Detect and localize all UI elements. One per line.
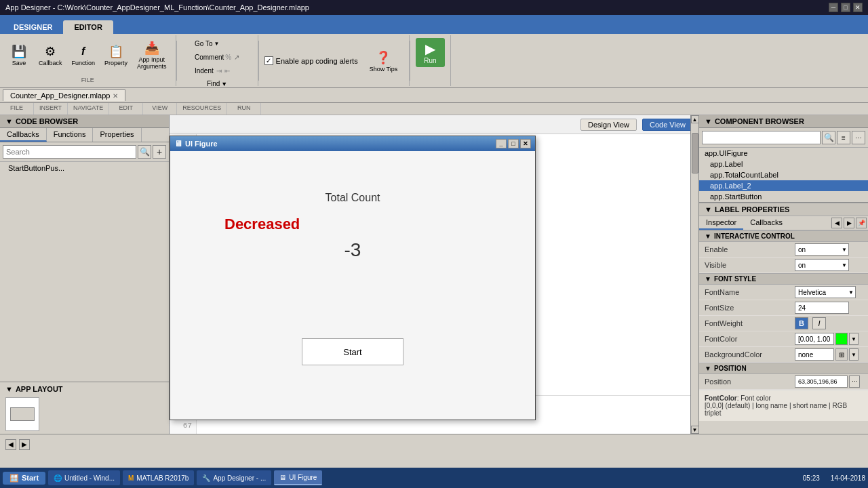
close-btn[interactable]: ✕	[853, 3, 863, 12]
scroll-thumb[interactable]	[692, 134, 698, 174]
comp-sort-button[interactable]: ≡	[837, 131, 850, 144]
file-tab-name: Counter_App_Designer.mlapp	[10, 92, 110, 100]
tab-editor[interactable]: EDITOR	[63, 20, 113, 34]
ui-close-btn[interactable]: ✕	[520, 139, 531, 148]
fs-label: FONT STYLE	[714, 275, 756, 283]
tree-item-totalcount[interactable]: app.TotalCountLabel	[699, 169, 868, 180]
tab-designer[interactable]: DESIGNER	[3, 20, 63, 34]
ui-minimize-btn[interactable]: _	[496, 139, 507, 148]
nav-pin-btn[interactable]: 📌	[856, 218, 867, 228]
toolbar: 💾 Save ⚙ Callback f Function 📋 Property …	[0, 34, 868, 88]
run-button[interactable]: ▶ Run	[416, 38, 444, 67]
toolbar-group-file: 💾 Save ⚙ Callback f Function 📋 Property …	[0, 35, 176, 86]
start-button[interactable]: Start	[302, 338, 403, 365]
tree-item-label[interactable]: app.Label	[699, 159, 868, 169]
property-button[interactable]: 📋 Property	[101, 41, 131, 68]
taskbar-date: 14-04-2018	[831, 474, 865, 482]
matlab-label: MATLAB R2017b	[136, 474, 189, 482]
tree-item-startbutton[interactable]: app.StartButton	[699, 191, 868, 202]
callback-item[interactable]: StartButtonPus...	[0, 162, 169, 174]
fontname-dropdown-arrow: ▼	[848, 289, 854, 296]
fontsize-value-container	[795, 302, 863, 314]
bold-button[interactable]: B	[795, 317, 808, 329]
tab-inspector[interactable]: Inspector	[699, 216, 743, 230]
tab-functions[interactable]: Functions	[47, 128, 94, 142]
fontcolor-input[interactable]	[795, 333, 834, 345]
enable-coding-alerts-checkbox[interactable]: ✓ Enable app coding alerts	[264, 56, 358, 65]
fontname-dropdown[interactable]: Helvetica ▼	[795, 286, 856, 298]
visible-dropdown[interactable]: on ▼	[795, 259, 849, 271]
ic-expand-icon: ▼	[705, 232, 711, 240]
fontname-value-container: Helvetica ▼	[795, 286, 863, 298]
app-input-button[interactable]: 📥 App Input Arguments	[134, 38, 170, 72]
ui-maximize-btn[interactable]: □	[508, 139, 519, 148]
visible-row: Visible on ▼	[699, 258, 868, 273]
minimize-btn[interactable]: ─	[829, 3, 838, 12]
tab-callbacks[interactable]: Callbacks	[0, 128, 47, 142]
save-button[interactable]: 💾 Save	[5, 41, 33, 68]
label-run: RUN	[227, 103, 261, 115]
appdesigner-label: App Designer - ...	[213, 474, 266, 482]
ui-figure-controls: _ □ ✕	[496, 139, 531, 148]
add-button[interactable]: +	[153, 145, 166, 159]
decreased-label: Decreased	[224, 216, 300, 233]
comp-search-button[interactable]: 🔍	[822, 131, 835, 144]
show-tips-button[interactable]: ❓ Show Tips	[366, 47, 401, 75]
nav-back-btn[interactable]: ◀	[831, 218, 842, 228]
comment-icon2: ↗	[234, 54, 239, 61]
taskbar-item-appdesigner[interactable]: 🔧 App Designer - ...	[197, 470, 271, 485]
taskbar-item-uifigure[interactable]: 🖥 UI Figure	[274, 470, 322, 485]
comment-button[interactable]: Comment % ↗	[190, 52, 244, 63]
scroll-right-btn[interactable]: ▶	[19, 439, 30, 450]
taskbar-item-untitled[interactable]: 🌐 Untitled - Wind...	[48, 470, 120, 485]
code-view-button[interactable]: Code View	[642, 119, 693, 131]
indent-button[interactable]: Indent ⇥ ⇤	[190, 65, 235, 77]
file-tab[interactable]: Counter_App_Designer.mlapp ✕	[3, 89, 125, 101]
position-expand-btn[interactable]: ⋯	[849, 375, 860, 388]
nav-arrows: ◀ ▶ 📌	[830, 216, 868, 230]
panel-tabs: Callbacks Functions Properties	[0, 128, 169, 142]
goto-button[interactable]: Go To ▼	[190, 38, 224, 49]
ui-figure-title: UI Figure	[185, 140, 218, 148]
search-button[interactable]: 🔍	[138, 145, 151, 159]
nav-fwd-btn[interactable]: ▶	[844, 218, 854, 228]
pos-expand-icon: ▼	[705, 365, 711, 372]
start-button-taskbar[interactable]: 🪟 Start	[3, 472, 45, 485]
cb-expand-icon: ▼	[705, 117, 712, 125]
italic-button[interactable]: I	[812, 317, 826, 329]
scroll-left-btn[interactable]: ◀	[5, 439, 16, 450]
comp-search-input[interactable]	[702, 131, 821, 144]
taskbar: 🪟 Start 🌐 Untitled - Wind... M MATLAB R2…	[0, 468, 868, 488]
find-arrow: ▼	[221, 81, 227, 87]
tab-properties[interactable]: Properties	[93, 128, 141, 142]
enable-dropdown[interactable]: on ▼	[795, 243, 849, 256]
matlab-icon: M	[128, 474, 134, 482]
untitled-icon: 🌐	[54, 474, 62, 482]
right-panel: ▼ COMPONENT BROWSER 🔍 ≡ ⋯ app.UIFigure a…	[698, 115, 868, 434]
find-button[interactable]: Find ▼	[202, 78, 232, 89]
tab-callbacks[interactable]: Callbacks	[743, 216, 789, 230]
visible-dropdown-arrow: ▼	[842, 262, 847, 268]
bgcolor-dropdown-btn[interactable]: ▼	[849, 348, 859, 361]
props-panel: ▼ LABEL PROPERTIES Inspector Callbacks ◀…	[699, 202, 868, 421]
file-tab-close-icon[interactable]: ✕	[113, 92, 118, 100]
bgcolor-input[interactable]	[795, 348, 834, 361]
maximize-btn[interactable]: □	[841, 3, 850, 12]
scrollbar-vertical[interactable]: ▲ ▼	[690, 134, 698, 395]
fontsize-input[interactable]	[795, 302, 849, 314]
design-view-button[interactable]: Design View	[580, 119, 637, 131]
code-browser-label: CODE BROWSER	[16, 117, 78, 125]
tree-item-label2[interactable]: app.Label_2	[699, 180, 868, 191]
indent-icon: ⇥	[216, 67, 222, 75]
function-button[interactable]: f Function	[68, 41, 99, 68]
taskbar-item-matlab[interactable]: M MATLAB R2017b	[123, 470, 194, 485]
comp-options-button[interactable]: ⋯	[852, 131, 865, 144]
callback-button[interactable]: ⚙ Callback	[35, 41, 66, 68]
position-input[interactable]	[795, 375, 848, 388]
tree-root[interactable]: app.UIFigure	[699, 148, 868, 159]
enable-value-container: on ▼	[795, 243, 863, 256]
enable-value: on	[798, 246, 806, 253]
search-input[interactable]	[3, 145, 136, 159]
left-panel: ▼ CODE BROWSER Callbacks Functions Prope…	[0, 115, 170, 434]
fontcolor-dropdown-btn[interactable]: ▼	[849, 333, 859, 345]
